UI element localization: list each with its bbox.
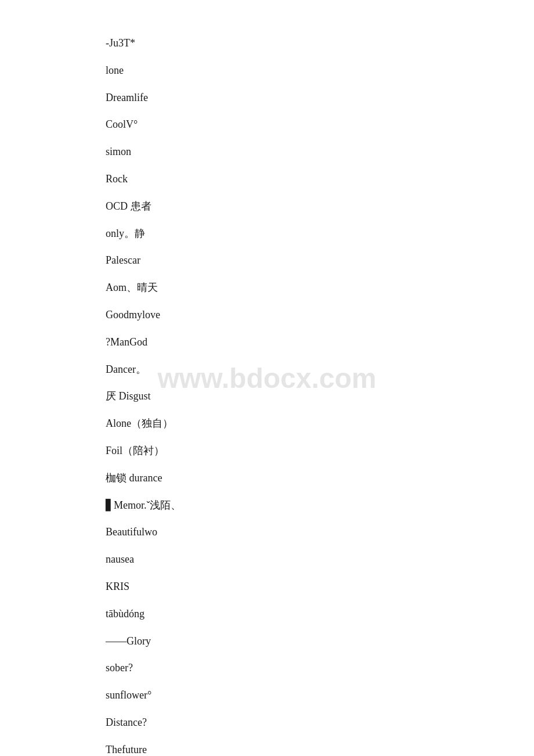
list-item: Distance? xyxy=(106,714,534,731)
list-item: Beautifulwo xyxy=(106,524,534,541)
list-item: CoolV° xyxy=(106,116,534,133)
list-item: KRIS xyxy=(106,578,534,595)
list-item: lone xyxy=(106,62,534,79)
list-item: Rock xyxy=(106,171,534,188)
list-item: only。静 xyxy=(106,225,534,242)
list-item: 枷锁 durance xyxy=(106,470,534,487)
list-item: Foil（陪衬） xyxy=(106,442,534,459)
list-item: sober? xyxy=(106,660,534,676)
list-item: Thefuture xyxy=(106,741,534,756)
list-item: ?ManGod xyxy=(106,334,534,351)
list-item: Dreamlife xyxy=(106,89,534,106)
list-item: simon xyxy=(106,143,534,160)
list-item: sunflower° xyxy=(106,687,534,704)
content-area: -Ju3T*loneDreamlifeCoolV°simonRockOCD 患者… xyxy=(0,0,534,756)
list-item: nausea xyxy=(106,551,534,568)
list-item: ▋Memor.ˇ浅陌、 xyxy=(106,497,534,514)
list-item: Aom、晴天 xyxy=(106,279,534,296)
list-item: ——Glory xyxy=(106,633,534,650)
list-item: Alone（独自） xyxy=(106,415,534,432)
list-item: tābùdóng xyxy=(106,606,534,622)
list-item: Dancer。 xyxy=(106,361,534,378)
list-item: OCD 患者 xyxy=(106,198,534,215)
list-item: Palescar xyxy=(106,252,534,269)
list-item: Goodmylove xyxy=(106,307,534,323)
list-item: -Ju3T* xyxy=(106,35,534,52)
list-item: 厌 Disgust xyxy=(106,388,534,405)
